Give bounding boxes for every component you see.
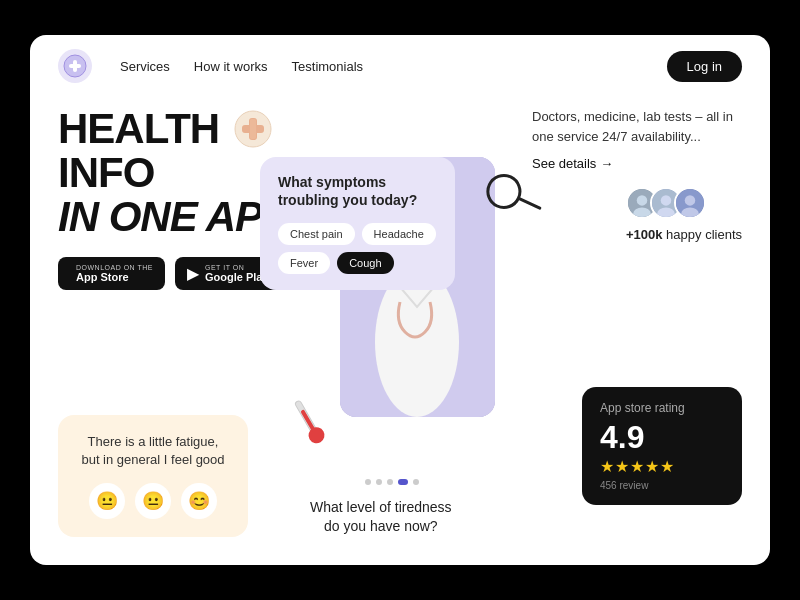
cross-icon (234, 110, 272, 148)
review-count: 456 review (600, 480, 724, 491)
dot-3[interactable] (387, 479, 393, 485)
see-details-link[interactable]: See details → (532, 156, 742, 171)
clients-section: +100k happy clients (626, 187, 742, 242)
emoji-neutral[interactable]: 😐 (135, 483, 171, 519)
svg-rect-18 (300, 409, 316, 433)
pagination-dots (365, 479, 419, 485)
emoji-happy[interactable]: 😊 (181, 483, 217, 519)
dot-4[interactable] (398, 479, 408, 485)
google-play-icon: ▶ (187, 264, 199, 283)
svg-line-15 (519, 193, 540, 214)
app-store-button[interactable]: Download on the App Store (58, 257, 165, 290)
rating-title: App store rating (600, 401, 724, 415)
rating-score: 4.9 (600, 421, 724, 453)
nav-how-it-works[interactable]: How it works (194, 59, 268, 74)
emoji-row: 😐 😐 😊 (78, 483, 228, 519)
tag-cough[interactable]: Cough (337, 252, 393, 274)
fatigue-text: There is a little fatigue, but in genera… (78, 433, 228, 469)
clients-count-label: +100k happy clients (626, 227, 742, 242)
title-in-one-app: IN ONE APP (58, 193, 289, 240)
title-info: INFO (58, 149, 154, 196)
nav-links: Services How it works Testimonials (120, 59, 639, 74)
navbar: Services How it works Testimonials Log i… (30, 35, 770, 97)
svg-point-26 (685, 195, 696, 206)
login-button[interactable]: Log in (667, 51, 742, 82)
google-play-sub: GET IT ON (205, 264, 244, 271)
svg-point-20 (637, 195, 648, 206)
fatigue-card: There is a little fatigue, but in genera… (58, 415, 248, 537)
dot-2[interactable] (376, 479, 382, 485)
svg-point-14 (483, 171, 524, 212)
client-avatars (626, 187, 742, 219)
avatar-3 (674, 187, 706, 219)
nav-testimonials[interactable]: Testimonials (292, 59, 364, 74)
app-store-name: App Store (76, 271, 129, 283)
svg-point-23 (661, 195, 672, 206)
symptoms-card: What symptoms troubling you today? Chest… (260, 157, 455, 290)
page-wrapper: Services How it works Testimonials Log i… (30, 35, 770, 565)
nav-services[interactable]: Services (120, 59, 170, 74)
tag-headache[interactable]: Headache (362, 223, 436, 245)
main-content: HEALTH INFO IN ONE APP (30, 97, 770, 565)
symptom-tags: Chest pain Headache Fever Cough (278, 223, 437, 274)
right-description: Doctors, medicine, lab tests – all in on… (532, 107, 742, 171)
symptoms-title: What symptoms troubling you today? (278, 173, 437, 209)
tag-chest-pain[interactable]: Chest pain (278, 223, 355, 245)
svg-rect-6 (250, 119, 256, 139)
svg-rect-2 (69, 64, 81, 68)
tag-fever[interactable]: Fever (278, 252, 330, 274)
rating-stars: ★★★★★ (600, 457, 724, 476)
emoji-sad[interactable]: 😐 (89, 483, 125, 519)
dot-1[interactable] (365, 479, 371, 485)
title-health: HEALTH (58, 105, 219, 152)
rating-card: App store rating 4.9 ★★★★★ 456 review (582, 387, 742, 505)
logo[interactable] (58, 49, 92, 83)
app-store-sub: Download on the (76, 264, 153, 271)
dot-5[interactable] (413, 479, 419, 485)
tiredness-text: What level of tiredness do you have now? (310, 498, 452, 537)
description-text: Doctors, medicine, lab tests – all in on… (532, 107, 742, 146)
